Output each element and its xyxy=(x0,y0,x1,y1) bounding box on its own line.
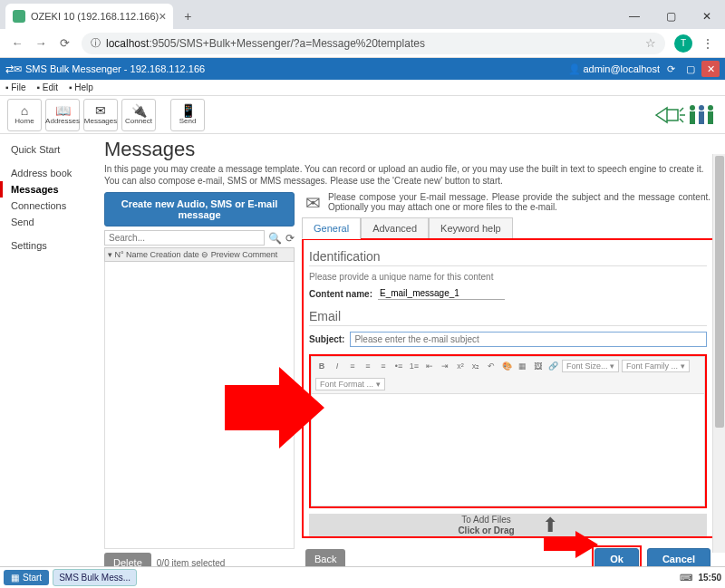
svg-rect-1 xyxy=(690,111,695,124)
sidebar-item-quickstart[interactable]: Quick Start xyxy=(0,141,104,158)
app-refresh-icon[interactable]: ⟳ xyxy=(662,61,680,77)
subject-input[interactable] xyxy=(350,332,707,347)
identification-heading: Identification xyxy=(309,249,707,264)
email-heading: Email xyxy=(309,309,707,323)
undo-icon[interactable]: ↶ xyxy=(485,360,498,372)
image-icon[interactable]: 🖼 xyxy=(531,360,544,372)
sidebar-item-settings[interactable]: Settings xyxy=(0,237,104,254)
reload-icon[interactable]: ⟳ xyxy=(54,34,74,53)
tab-general[interactable]: General xyxy=(302,217,361,239)
sidebar-item-send[interactable]: Send xyxy=(0,214,104,230)
svg-rect-3 xyxy=(699,111,704,124)
search-icon[interactable]: 🔍 xyxy=(268,232,282,245)
app-maximize-icon[interactable]: ▢ xyxy=(682,61,700,77)
content: Messages In this page you may create a m… xyxy=(104,134,725,564)
editor-panel: ✉ Please compose your E-mail message. Pl… xyxy=(302,192,714,573)
taskbar: ▦Start SMS Bulk Mess... ⌨ 15:50 xyxy=(0,566,725,588)
main-toolbar: ⌂Home 📖Addresses ✉Messages 🔌Connect 📱Sen… xyxy=(0,96,725,134)
close-tab-icon[interactable]: × xyxy=(159,9,166,24)
dropzone-line2: Click or Drag xyxy=(458,525,514,536)
clock: 15:50 xyxy=(698,573,721,583)
rich-text-toolbar: B I ≡ ≡ ≡ •≡ 1≡ ⇤ ⇥ x² x₂ ↶ 🎨 xyxy=(311,356,705,394)
link-icon[interactable]: 🔗 xyxy=(546,360,559,372)
keyboard-icon[interactable]: ⌨ xyxy=(680,573,692,583)
taskbar-app-button[interactable]: SMS Bulk Mess... xyxy=(53,569,137,586)
svg-marker-7 xyxy=(544,531,598,558)
color-icon[interactable]: 🎨 xyxy=(500,360,513,372)
browser-tab[interactable]: OZEKI 10 (192.168.112.166) × xyxy=(5,4,173,29)
annotation-arrow-small xyxy=(544,531,598,558)
font-family-select[interactable]: Font Family ... ▾ xyxy=(622,360,690,372)
italic-icon[interactable]: I xyxy=(331,360,343,372)
content-name-input[interactable] xyxy=(378,287,505,300)
sidebar-item-connections[interactable]: Connections xyxy=(0,198,104,214)
align-right-icon[interactable]: ≡ xyxy=(377,360,390,372)
app-header: ⇄✉ SMS Bulk Messenger - 192.168.112.166 … xyxy=(0,58,725,80)
annotation-arrow-large xyxy=(225,367,324,448)
back-icon[interactable]: ← xyxy=(7,34,27,53)
form-highlight: Identification Please provide a unique n… xyxy=(302,238,714,538)
indent-icon[interactable]: ⇥ xyxy=(439,360,451,372)
search-input[interactable] xyxy=(104,230,265,246)
envelope-icon: ✉ xyxy=(95,104,106,117)
svg-point-0 xyxy=(690,105,695,111)
browser-toolbar: ← → ⟳ ⓘ localhost:9505/SMS+Bulk+Messenge… xyxy=(0,29,725,58)
menu-help[interactable]: ▪ Help xyxy=(63,82,99,92)
refresh-list-icon[interactable]: ⟳ xyxy=(285,232,295,245)
menu-edit[interactable]: ▪ Edit xyxy=(31,82,63,92)
home-button[interactable]: ⌂Home xyxy=(7,99,42,131)
list-header[interactable]: ▾ N° Name Creation date ⊖ Preview Commen… xyxy=(104,247,295,262)
messages-button[interactable]: ✉Messages xyxy=(83,99,118,131)
outdent-icon[interactable]: ⇤ xyxy=(423,360,436,372)
main-area: Quick Start Address book Messages Connec… xyxy=(0,134,725,564)
user-label: admin@localhost xyxy=(583,63,660,74)
browser-menu-icon[interactable]: ⋮ xyxy=(701,36,714,51)
addresses-button[interactable]: 📖Addresses xyxy=(45,99,80,131)
site-info-icon[interactable]: ⓘ xyxy=(91,36,101,50)
tab-favicon xyxy=(13,10,25,23)
menubar: ▪ File ▪ Edit ▪ Help xyxy=(0,80,725,96)
addressbook-icon: 📖 xyxy=(55,104,71,117)
align-center-icon[interactable]: ≡ xyxy=(362,360,374,372)
list-ul-icon[interactable]: •≡ xyxy=(392,360,405,372)
new-tab-button[interactable]: + xyxy=(177,5,198,27)
file-dropzone[interactable]: To Add Files Click or Drag ⬆︎ xyxy=(309,514,707,537)
forward-icon[interactable]: → xyxy=(31,34,51,53)
list-ol-icon[interactable]: 1≡ xyxy=(408,360,420,372)
superscript-icon[interactable]: x₂ xyxy=(469,360,482,372)
svg-marker-6 xyxy=(225,367,324,448)
tab-keyword-help[interactable]: Keyword help xyxy=(429,217,513,239)
svg-rect-5 xyxy=(708,111,713,124)
app-title: SMS Bulk Messenger - 192.168.112.166 xyxy=(25,63,205,74)
start-button[interactable]: ▦Start xyxy=(4,570,49,585)
sidebar-item-addressbook[interactable]: Address book xyxy=(0,165,104,181)
compose-hint: Please compose your E-mail message. Plea… xyxy=(328,192,710,212)
email-body-editor[interactable] xyxy=(311,394,705,506)
table-icon[interactable]: ▦ xyxy=(516,360,528,372)
identification-hint: Please provide a unique name for this co… xyxy=(309,272,707,282)
content-name-label: Content name: xyxy=(309,289,372,299)
svg-point-4 xyxy=(708,105,713,111)
minimize-button[interactable]: — xyxy=(616,4,652,29)
font-format-select[interactable]: Font Format ... ▾ xyxy=(315,378,385,390)
window-controls: — ▢ ✕ xyxy=(616,4,725,29)
address-bar[interactable]: ⓘ localhost:9505/SMS+Bulk+Messenger/?a=M… xyxy=(82,33,665,54)
menu-file[interactable]: ▪ File xyxy=(0,82,31,92)
app-close-icon[interactable]: ✕ xyxy=(701,61,720,77)
send-button[interactable]: 📱Send xyxy=(170,99,205,131)
create-new-button[interactable]: Create new Audio, SMS or E-mail message xyxy=(104,192,295,227)
connect-button[interactable]: 🔌Connect xyxy=(121,99,156,131)
maximize-button[interactable]: ▢ xyxy=(652,4,689,29)
close-window-button[interactable]: ✕ xyxy=(689,4,725,29)
sidebar-item-messages[interactable]: Messages xyxy=(0,181,104,198)
svg-point-2 xyxy=(699,105,704,111)
align-left-icon[interactable]: ≡ xyxy=(346,360,359,372)
user-icon: 👤 xyxy=(568,63,581,75)
home-icon: ⌂ xyxy=(21,104,28,117)
subscript-icon[interactable]: x² xyxy=(454,360,467,372)
tab-advanced[interactable]: Advanced xyxy=(361,217,429,239)
font-size-select[interactable]: Font Size... ▾ xyxy=(562,360,619,372)
bookmark-icon[interactable]: ☆ xyxy=(645,36,656,50)
profile-avatar[interactable]: T xyxy=(674,34,692,53)
vertical-scrollbar[interactable] xyxy=(712,154,725,553)
